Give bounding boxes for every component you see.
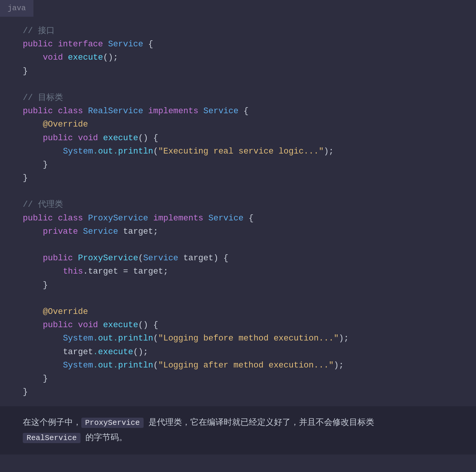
code-line <box>23 292 461 305</box>
code-line: public interface Service { <box>23 38 461 51</box>
code-line <box>23 185 461 198</box>
code-line: } <box>23 171 461 185</box>
code-line: public void execute() { <box>23 131 461 145</box>
code-line: } <box>23 279 461 292</box>
code-line: public class RealService implements Serv… <box>23 105 461 118</box>
footer-text-before: 在这个例子中， <box>23 418 81 428</box>
code-line: System.out.println("Logging after method… <box>23 359 461 372</box>
code-line: } <box>23 158 461 171</box>
code-line <box>23 238 461 252</box>
code-line: } <box>23 65 461 78</box>
footer-inline-code-2: RealService <box>23 433 81 443</box>
code-line: } <box>23 385 461 399</box>
code-line: this.target = target; <box>23 265 461 278</box>
code-line: private Service target; <box>23 225 461 238</box>
code-line: // 代理类 <box>23 198 461 211</box>
code-line: void execute(); <box>23 51 461 64</box>
code-line <box>23 78 461 91</box>
code-line: public void execute() { <box>23 318 461 332</box>
footer: 在这个例子中，ProxyService 是代理类，它在编译时就已经定义好了，并且… <box>0 406 476 455</box>
code-line: public class ProxyService implements Ser… <box>23 212 461 225</box>
footer-inline-code-1: ProxyService <box>81 418 144 428</box>
code-line: public ProxyService(Service target) { <box>23 252 461 265</box>
code-line: System.out.println("Executing real servi… <box>23 145 461 158</box>
code-line: @Override <box>23 305 461 318</box>
code-block: // 接口public interface Service { void exe… <box>0 17 476 406</box>
footer-text-middle: 是代理类，它在编译时就已经定义好了，并且不会修改目标类 <box>144 418 374 428</box>
language-tab: java <box>0 0 476 17</box>
footer-text-after: 的字节码。 <box>81 433 127 443</box>
code-line: // 目标类 <box>23 91 461 105</box>
code-line: @Override <box>23 118 461 131</box>
code-line: target.execute(); <box>23 345 461 359</box>
code-line: } <box>23 372 461 385</box>
code-line: System.out.println("Logging before metho… <box>23 332 461 345</box>
code-line: // 接口 <box>23 24 461 38</box>
